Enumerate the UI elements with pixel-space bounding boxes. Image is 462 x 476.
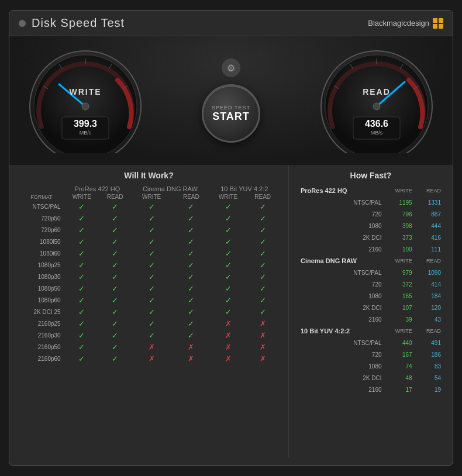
- check-cell: ✓: [173, 212, 210, 224]
- fast-read-value: 111: [415, 243, 443, 255]
- gauge-section: 399.3 MB/s WRITE ⚙ SPEED TEST START: [9, 36, 453, 165]
- fast-read-header: READ: [415, 255, 443, 267]
- checkmark-icon: ✓: [78, 331, 85, 340]
- fast-data-row: 1080 74 83: [298, 360, 443, 372]
- check-cell: ✗: [246, 318, 279, 329]
- checkmark-icon: ✓: [78, 214, 85, 223]
- checkmark-icon: ✓: [260, 284, 266, 293]
- checkmark-icon: ✓: [78, 202, 85, 211]
- check-cell: ✓: [99, 224, 130, 236]
- svg-point-16: [373, 103, 380, 110]
- fast-data-row: 1080 398 444: [298, 220, 443, 232]
- checkmark-icon: ✓: [149, 249, 155, 258]
- cross-icon: ✗: [149, 343, 155, 351]
- checkmark-icon: ✓: [149, 273, 155, 281]
- check-cell: ✓: [64, 353, 99, 364]
- title-bar: Disk Speed Test Blackmagicdesign: [9, 11, 453, 36]
- check-cell: ✓: [130, 306, 173, 318]
- how-fast-table: ProRes 422 HQ WRITE READNTSC/PAL 1195 13…: [298, 185, 443, 395]
- checkmark-icon: ✓: [188, 249, 194, 258]
- checkmark-icon: ✓: [188, 237, 194, 246]
- svg-text:WRITE: WRITE: [69, 87, 101, 96]
- fast-write-value: 979: [384, 267, 415, 278]
- check-cell: ✓: [130, 329, 173, 341]
- fast-read-value: 491: [415, 337, 443, 349]
- svg-text:MB/s: MB/s: [371, 130, 383, 136]
- format-name-cell: 2160p50: [19, 341, 64, 353]
- checkmark-icon: ✓: [260, 273, 266, 281]
- how-fast-panel: How Fast? ProRes 422 HQ WRITE READNTSC/P…: [289, 165, 453, 457]
- check-cell: ✓: [173, 271, 210, 282]
- checkmark-icon: ✓: [225, 308, 232, 316]
- check-cell: ✓: [130, 282, 173, 294]
- yuv-write-col: WRITE: [210, 193, 247, 201]
- check-cell: ✓: [130, 224, 173, 236]
- cross-icon: ✗: [260, 343, 266, 351]
- table-row: 720p50✓✓✓✓✓✓: [19, 212, 279, 224]
- checkmark-icon: ✓: [225, 226, 232, 234]
- fast-read-value: 416: [415, 232, 443, 243]
- checkmark-icon: ✓: [78, 261, 85, 270]
- checkmark-icon: ✓: [188, 273, 194, 281]
- fast-section-header-row: 10 Bit YUV 4:2:2 WRITE READ: [298, 325, 443, 337]
- fast-section-header-row: Cinema DNG RAW WRITE READ: [298, 255, 443, 267]
- check-cell: ✓: [210, 259, 247, 271]
- start-sub-label: SPEED TEST: [212, 105, 250, 111]
- prores-header: ProRes 422 HQ: [64, 185, 131, 193]
- checkmark-icon: ✓: [112, 284, 118, 293]
- start-button[interactable]: SPEED TEST START: [202, 84, 260, 143]
- checkmark-icon: ✓: [78, 284, 85, 293]
- fast-write-header: WRITE: [384, 255, 415, 267]
- checkmark-icon: ✓: [78, 308, 85, 316]
- table-row: 1080p50✓✓✓✓✓✓: [19, 282, 279, 294]
- fast-data-row: NTSC/PAL 1195 1331: [298, 196, 443, 208]
- fast-write-value: 398: [384, 220, 415, 232]
- fast-write-value: 100: [384, 243, 415, 255]
- checkmark-icon: ✓: [260, 226, 266, 234]
- check-cell: ✗: [210, 353, 247, 364]
- check-cell: ✓: [64, 341, 99, 353]
- app-title: Disk Speed Test: [32, 16, 125, 30]
- check-cell: ✓: [130, 201, 173, 212]
- checkmark-icon: ✓: [188, 331, 194, 340]
- table-row: 1080i60✓✓✓✓✓✓: [19, 247, 279, 259]
- fast-data-row: 2K DCI 373 416: [298, 232, 443, 243]
- check-cell: ✓: [130, 247, 173, 259]
- checkmark-icon: ✓: [149, 261, 155, 270]
- check-cell: ✓: [99, 282, 130, 294]
- cross-icon: ✗: [260, 331, 266, 340]
- fast-data-row: 720 796 887: [298, 208, 443, 220]
- settings-button[interactable]: ⚙: [222, 58, 240, 77]
- checkmark-icon: ✓: [112, 273, 118, 281]
- checkmark-icon: ✓: [188, 296, 194, 305]
- check-cell: ✓: [64, 236, 99, 247]
- fast-write-value: 107: [384, 302, 415, 313]
- fast-read-value: 1331: [415, 196, 443, 208]
- check-cell: ✗: [130, 353, 173, 364]
- checkmark-icon: ✓: [260, 202, 266, 211]
- cross-icon: ✗: [225, 319, 232, 328]
- checkmark-icon: ✓: [149, 284, 155, 293]
- check-cell: ✓: [173, 201, 210, 212]
- cross-icon: ✗: [225, 343, 232, 351]
- check-cell: ✓: [99, 341, 130, 353]
- check-cell: ✓: [64, 329, 99, 341]
- table-row: NTSC/PAL✓✓✓✓✓✓: [19, 201, 279, 212]
- will-it-work-table: ProRes 422 HQ Cinema DNG RAW 10 Bit YUV …: [19, 185, 279, 364]
- check-cell: ✓: [99, 294, 130, 306]
- format-name-cell: 1080i60: [19, 247, 64, 259]
- table-row: 2160p50✓✓✗✗✗✗: [19, 341, 279, 353]
- checkmark-icon: ✓: [260, 214, 266, 223]
- checkmark-icon: ✓: [112, 296, 118, 305]
- fast-row-label: 2K DCI: [298, 302, 384, 313]
- fast-read-value: 184: [415, 290, 443, 302]
- check-cell: ✓: [64, 224, 99, 236]
- check-cell: ✓: [246, 294, 279, 306]
- close-button[interactable]: [19, 20, 26, 27]
- brand-name: Blackmagicdesign: [368, 19, 429, 27]
- checkmark-icon: ✓: [149, 308, 155, 316]
- check-cell: ✓: [130, 236, 173, 247]
- fast-write-value: 39: [384, 313, 415, 325]
- table-row: 1080p30✓✓✓✓✓✓: [19, 271, 279, 282]
- brand-icon: [433, 18, 443, 29]
